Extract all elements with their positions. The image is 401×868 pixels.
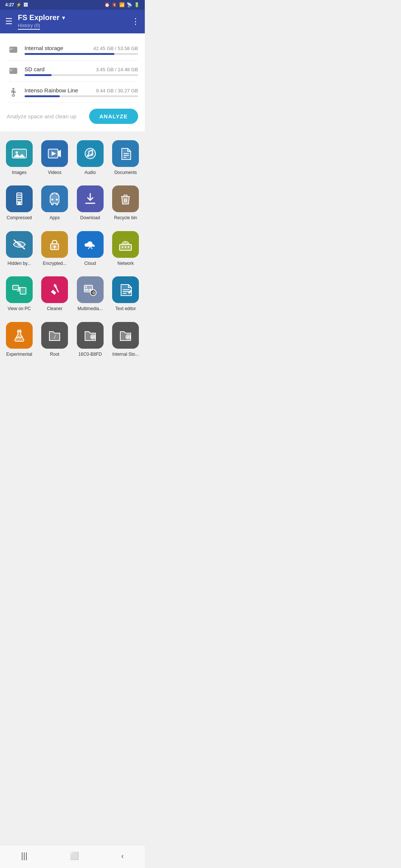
- grid-item-16c0b8fd[interactable]: 16C0-B8FD: [73, 317, 107, 361]
- svg-rect-1: [10, 48, 12, 50]
- svg-point-37: [125, 246, 126, 248]
- progress-internal: [25, 53, 138, 55]
- dropdown-icon[interactable]: ▼: [61, 15, 66, 21]
- grid-label-experimental: Experimental: [6, 352, 32, 357]
- grid-label-download: Download: [80, 215, 100, 220]
- storage-section: Internal storage 42.45 GB / 53.58 GB SD …: [0, 33, 145, 131]
- svg-point-44: [85, 286, 87, 288]
- usb-icon: ⚡: [16, 2, 22, 7]
- storage-icon-sdcard: [7, 64, 20, 78]
- grid-label-compressed: Compressed: [7, 215, 32, 220]
- storage-info-usb: Intenso Rainbow Line 9.44 GB / 30.27 GB: [25, 87, 138, 97]
- svg-point-11: [87, 155, 89, 157]
- grid-item-internalsto[interactable]: Internal Sto...: [109, 317, 143, 361]
- grid-label-encrypted: Encrypted...: [43, 261, 66, 266]
- toolbar: ☰ FS Explorer ▼ History (0) ⋮: [0, 10, 145, 33]
- storage-info-sdcard: SD card 3.45 GB / 14.48 GB: [25, 66, 138, 76]
- grid-item-documents[interactable]: Documents: [109, 135, 143, 179]
- svg-point-10: [85, 148, 95, 159]
- svg-rect-21: [18, 202, 21, 205]
- grid-item-videos[interactable]: Videos: [38, 135, 72, 179]
- grid-label-audio: Audio: [84, 170, 96, 175]
- storage-info-internal: Internal storage 42.45 GB / 53.58 GB: [25, 45, 138, 55]
- alarm-icon: ⏰: [104, 2, 110, 7]
- storage-internal[interactable]: Internal storage 42.45 GB / 53.58 GB: [7, 39, 138, 60]
- mute-icon: 🔇: [112, 2, 117, 7]
- status-right: ⏰ 🔇 📶 📡 🔋: [104, 2, 140, 7]
- grid-label-viewpc: View on PC: [8, 306, 31, 311]
- menu-button[interactable]: ☰: [5, 17, 13, 26]
- svg-rect-5: [13, 69, 13, 70]
- time-display: 4:27: [5, 2, 14, 7]
- storage-name-sdcard: SD card: [25, 66, 45, 72]
- history-subtitle[interactable]: History (0): [18, 23, 40, 30]
- grid-label-videos: Videos: [48, 170, 61, 175]
- grid-item-cleaner[interactable]: Cleaner: [38, 271, 72, 315]
- svg-point-23: [56, 199, 58, 201]
- grid-item-apps[interactable]: Apps: [38, 180, 72, 224]
- grid-label-cleaner: Cleaner: [47, 306, 62, 311]
- storage-icon-usb: [7, 85, 20, 99]
- grid-item-encrypted[interactable]: Encrypted...: [38, 226, 72, 270]
- storage-size-usb: 9.44 GB / 30.27 GB: [96, 88, 138, 93]
- grid-label-16c0b8fd: 16C0-B8FD: [78, 352, 102, 357]
- grid-item-multimedia[interactable]: ⚙ Multimedia...: [73, 271, 107, 315]
- analyze-row: Analyze space and clean up ANALYZE: [7, 109, 138, 124]
- storage-sdcard[interactable]: SD card 3.45 GB / 14.48 GB: [7, 60, 138, 82]
- photo-icon: 🖼: [23, 2, 28, 7]
- svg-point-22: [52, 199, 53, 201]
- battery-icon: 🔋: [134, 2, 140, 7]
- storage-usb[interactable]: Intenso Rainbow Line 9.44 GB / 30.27 GB: [7, 82, 138, 103]
- svg-rect-2: [13, 48, 13, 49]
- grid-label-internalsto: Internal Sto...: [113, 352, 139, 357]
- app-name: FS Explorer ▼: [18, 13, 126, 22]
- svg-rect-40: [20, 287, 26, 294]
- grid-label-root: Root: [50, 352, 59, 357]
- grid-item-recycle[interactable]: Recycle bin: [109, 180, 143, 224]
- grid-item-network[interactable]: Network: [109, 226, 143, 270]
- grid-item-root[interactable]: / Root: [38, 317, 72, 361]
- grid-label-images: Images: [12, 170, 26, 175]
- analyze-button[interactable]: ANALYZE: [89, 109, 138, 124]
- app-grid: Images Videos Audio Documents: [2, 135, 143, 361]
- more-button[interactable]: ⋮: [131, 17, 140, 26]
- svg-point-42: [53, 283, 58, 289]
- grid-item-download[interactable]: Download: [73, 180, 107, 224]
- grid-label-recycle: Recycle bin: [114, 215, 137, 220]
- progress-sdcard: [25, 74, 138, 76]
- storage-size-sdcard: 3.45 GB / 14.48 GB: [96, 67, 138, 72]
- svg-point-7: [16, 151, 18, 154]
- grid-item-cloud[interactable]: Cloud: [73, 226, 107, 270]
- svg-point-35: [125, 244, 126, 245]
- storage-size-internal: 42.45 GB / 53.58 GB: [93, 46, 138, 51]
- grid-item-images[interactable]: Images: [2, 135, 36, 179]
- toolbar-title: FS Explorer ▼ History (0): [18, 13, 126, 30]
- status-bar: 4:27 ⚡ 🖼 ⏰ 🔇 📶 📡 🔋: [0, 0, 145, 10]
- grid-item-compressed[interactable]: Compressed: [2, 180, 36, 224]
- grid-label-texteditor: Text editor: [115, 306, 136, 311]
- svg-point-36: [122, 246, 123, 248]
- grid-label-hidden: Hidden by...: [7, 261, 31, 266]
- grid-item-hidden[interactable]: Hidden by...: [2, 226, 36, 270]
- analyze-text: Analyze space and clean up: [7, 113, 76, 119]
- svg-rect-39: [13, 285, 19, 290]
- grid-item-audio[interactable]: Audio: [73, 135, 107, 179]
- grid-section: Images Videos Audio Documents: [0, 131, 145, 390]
- svg-rect-4: [10, 69, 12, 71]
- grid-item-texteditor[interactable]: Text editor: [109, 271, 143, 315]
- svg-text:⚙: ⚙: [92, 291, 95, 295]
- grid-label-cloud: Cloud: [84, 261, 96, 266]
- progress-usb: [25, 95, 138, 97]
- grid-item-experimental[interactable]: Experimental: [2, 317, 36, 361]
- svg-point-12: [91, 154, 93, 156]
- status-left: 4:27 ⚡ 🖼: [5, 2, 28, 7]
- signal-icon: 📡: [127, 2, 132, 7]
- grid-label-network: Network: [117, 261, 134, 266]
- grid-item-viewpc[interactable]: View on PC: [2, 271, 36, 315]
- svg-point-38: [128, 246, 129, 248]
- grid-label-documents: Documents: [114, 170, 137, 175]
- grid-label-apps: Apps: [50, 215, 60, 220]
- grid-label-multimedia: Multimedia...: [78, 306, 103, 311]
- svg-text:/: /: [53, 334, 56, 339]
- storage-name-internal: Internal storage: [25, 45, 63, 51]
